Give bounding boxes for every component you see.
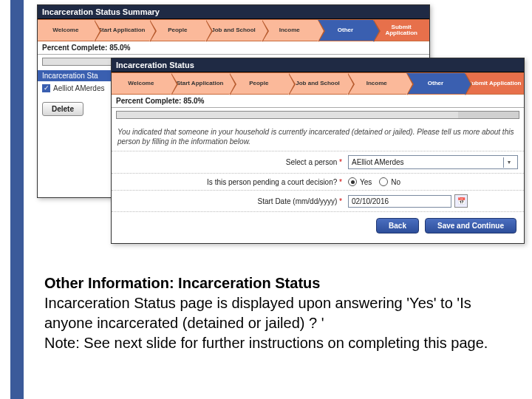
calendar-icon[interactable]: 📅	[454, 194, 468, 208]
save-continue-button[interactable]: Save and Continue	[425, 218, 516, 233]
nav-step-people[interactable]: People	[229, 72, 288, 95]
select-person-dropdown[interactable]: AElliot AMerdes ▾	[348, 155, 518, 169]
slide-caption: Other Information: Incarceration Status …	[44, 273, 502, 353]
screenshot-figure: Incarceration Status Summary Welcome Sta…	[37, 4, 525, 256]
caption-body-2: Note: See next slide for further instruc…	[44, 333, 502, 353]
form: Select a person * AElliot AMerdes ▾ Is t…	[112, 151, 524, 212]
nav-step-income[interactable]: Income	[347, 72, 406, 95]
label-pending-court: Is this person pending a court decision?…	[117, 178, 348, 186]
percent-complete-label: Percent Complete: 85.0%	[38, 41, 429, 55]
nav-step-other[interactable]: Other	[406, 72, 466, 95]
chevron-down-icon: ▾	[503, 157, 514, 168]
nav-step-income[interactable]: Income	[262, 19, 318, 41]
caption-body-1: Incarceration Status page is displayed u…	[44, 293, 502, 333]
back-button[interactable]: Back	[376, 218, 419, 233]
nav-step-start-application[interactable]: Start Application	[171, 72, 230, 95]
person-name: Aelliot AMerdes	[53, 84, 104, 92]
intro-text: You indicated that someone in your house…	[112, 123, 524, 151]
label-start-date: Start Date (mm/dd/yyyy) *	[117, 197, 348, 205]
nav-step-job-school[interactable]: Job and School	[205, 19, 262, 41]
radio-yes-label: Yes	[360, 178, 372, 186]
select-person-value: AElliot AMerdes	[352, 158, 404, 166]
window-title: Incarceration Status	[112, 58, 524, 72]
nav-step-welcome[interactable]: Welcome	[112, 72, 171, 95]
nav-step-submit[interactable]: Submit Application	[373, 19, 429, 41]
percent-complete-label: Percent Complete: 85.0%	[112, 95, 524, 108]
nav-step-people[interactable]: People	[149, 19, 205, 41]
radio-no-label: No	[391, 178, 400, 186]
window-title: Incarceration Status Summary	[38, 5, 429, 19]
progress-nav: Welcome Start Application People Job and…	[38, 19, 429, 41]
delete-button[interactable]: Delete	[42, 102, 83, 116]
nav-step-start-application[interactable]: Start Application	[94, 19, 150, 41]
checkbox-icon[interactable]: ✓	[42, 84, 50, 92]
progress-nav: Welcome Start Application People Job and…	[112, 72, 524, 95]
window-incarceration-status: Incarceration Status Welcome Start Appli…	[111, 58, 525, 244]
slide-accent-bar	[10, 0, 24, 399]
radio-yes[interactable]	[348, 177, 357, 186]
label-select-person: Select a person *	[117, 158, 348, 166]
nav-step-other[interactable]: Other	[318, 19, 374, 41]
caption-heading: Other Information: Incarceration Status	[44, 273, 502, 293]
radio-no[interactable]	[379, 177, 388, 186]
nav-step-welcome[interactable]: Welcome	[38, 19, 94, 41]
percent-complete-bar	[116, 111, 519, 119]
nav-step-job-school[interactable]: Job and School	[288, 72, 347, 95]
input-start-date[interactable]: 02/10/2016	[348, 195, 451, 208]
nav-step-submit[interactable]: Submit Application	[465, 72, 524, 95]
